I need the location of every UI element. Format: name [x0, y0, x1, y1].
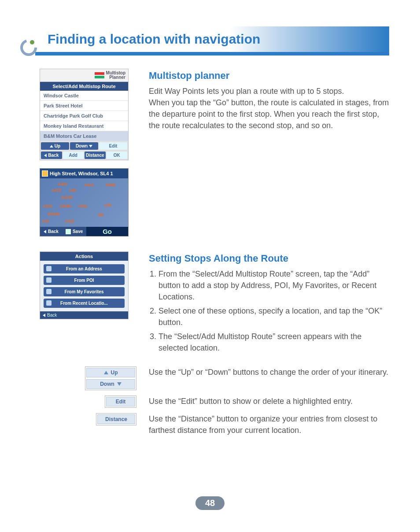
swish-icon — [20, 39, 37, 56]
up-label: Up — [55, 144, 60, 148]
back-button[interactable]: Back — [41, 151, 62, 159]
page-number-wrap: 48 — [0, 496, 420, 510]
multistop-body: Edit Way Points lets you plan a route wi… — [149, 85, 389, 131]
map-go-button[interactable]: Go — [86, 227, 128, 236]
route-item[interactable]: B&M Motors Car Lease — [40, 131, 128, 141]
arrow-left-icon — [43, 314, 45, 317]
inset-distance-button[interactable]: Distance — [97, 414, 135, 424]
route-flag-icon — [95, 72, 104, 78]
favorites-icon — [46, 289, 52, 294]
edit-desc: Use the “Edit” button to show or delete … — [149, 395, 389, 407]
route-item[interactable]: Park Street Hotel — [40, 101, 128, 111]
recent-icon — [46, 300, 52, 306]
road-label: B3349 — [48, 212, 60, 216]
list-title: Select/Add Multistop Route — [40, 82, 128, 91]
route-item[interactable]: Monkey Island Restaurant — [40, 121, 128, 131]
arrow-left-icon — [44, 154, 47, 157]
distance-desc: Use the “Distance” button to organize yo… — [149, 413, 389, 436]
arrow-left-icon — [44, 230, 46, 233]
sat-icon — [42, 170, 48, 177]
actions-back-button[interactable]: Back — [40, 311, 128, 319]
distance-button[interactable]: Distance — [85, 151, 106, 159]
action-label: From Recent Locatio... — [60, 301, 108, 306]
inset-down-button[interactable]: Down — [86, 379, 135, 389]
arrow-down-icon — [89, 145, 92, 148]
road-label: A404 — [58, 182, 67, 186]
action-label: From My Favorites — [65, 289, 104, 294]
distance-inset: Distance — [96, 413, 136, 425]
page-title: Finding a location with navigation — [48, 32, 260, 47]
map-canvas[interactable]: A404 A413 A415 A40 A4130 A329 A3095 A332… — [40, 178, 128, 227]
page-number: 48 — [195, 496, 225, 510]
road-label: A413 — [84, 183, 94, 187]
step-item: Select one of these options, specify a l… — [158, 305, 389, 328]
road-label: A30 — [104, 203, 112, 207]
poi-icon — [46, 277, 52, 283]
screen-header-label: Multistop Planner — [106, 71, 125, 80]
updown-desc: Use the “Up” or “Down” buttons to change… — [149, 366, 389, 378]
up-button[interactable]: Up — [41, 142, 69, 150]
road-label: A329 — [43, 204, 52, 208]
back-label: Back — [48, 153, 59, 158]
road-label: A40 — [69, 188, 77, 192]
add-button[interactable]: Add — [63, 151, 84, 159]
page-header: Finding a location with navigation — [22, 26, 389, 55]
route-item[interactable]: Windsor Castle — [40, 91, 128, 101]
down-button[interactable]: Down — [70, 142, 98, 150]
map-save-label: Save — [73, 229, 83, 234]
inset-down-label: Down — [100, 381, 114, 387]
multistop-route-screen: Multistop Planner Select/Add Multistop R… — [40, 69, 129, 160]
road-label: M3 — [98, 213, 104, 217]
inset-up-button[interactable]: Up — [86, 368, 135, 377]
road-label: B466 — [106, 183, 116, 187]
address-icon — [46, 266, 52, 271]
action-label: From an Address — [66, 266, 102, 271]
map-save-button[interactable]: Save — [62, 227, 86, 236]
map-preview-screen: High Street, Windsor, SL4 1 A404 A413 A4… — [40, 168, 129, 236]
road-label: A415 — [52, 188, 61, 192]
map-back-label: Back — [48, 229, 59, 234]
action-from-favorites[interactable]: From My Favorites — [44, 287, 125, 296]
multistop-heading: Multistop planner — [149, 69, 389, 83]
ok-button[interactable]: OK — [107, 151, 128, 159]
map-back-button[interactable]: Back — [40, 227, 62, 236]
edit-button[interactable]: Edit — [99, 142, 127, 150]
step-item: The “Select/Add Multistop Route” screen … — [158, 331, 389, 354]
road-label: A332 — [78, 204, 88, 208]
road-label: A322 — [65, 219, 74, 223]
action-from-recent[interactable]: From Recent Locatio... — [44, 299, 125, 308]
arrow-up-icon — [50, 145, 53, 148]
action-label: From POI — [74, 278, 94, 283]
arrow-up-icon — [104, 371, 108, 374]
inset-up-label: Up — [111, 369, 118, 376]
down-label: Down — [76, 144, 88, 148]
updown-inset: Up Down — [85, 366, 136, 390]
action-from-poi[interactable]: From POI — [44, 276, 125, 285]
arrow-down-icon — [117, 382, 122, 386]
step-item: From the “Select/Add Multistop Route” sc… — [158, 268, 389, 303]
svg-point-1 — [30, 40, 34, 44]
stops-heading: Setting Stops Along the Route — [149, 251, 389, 266]
inset-edit-button[interactable]: Edit — [106, 397, 135, 406]
edit-inset: Edit — [105, 395, 136, 408]
actions-screen: Actions From an Address From POI From My… — [40, 251, 129, 319]
road-label: A33 — [42, 219, 49, 223]
save-icon — [66, 229, 71, 234]
actions-back-label: Back — [47, 313, 57, 318]
road-label: A3095 — [59, 204, 71, 208]
action-from-address[interactable]: From an Address — [44, 264, 125, 273]
map-address: High Street, Windsor, SL4 1 — [50, 171, 113, 176]
road-label: A4130 — [61, 195, 73, 200]
route-item[interactable]: Chartridge Park Golf Club — [40, 111, 128, 121]
actions-title: Actions — [40, 252, 128, 261]
